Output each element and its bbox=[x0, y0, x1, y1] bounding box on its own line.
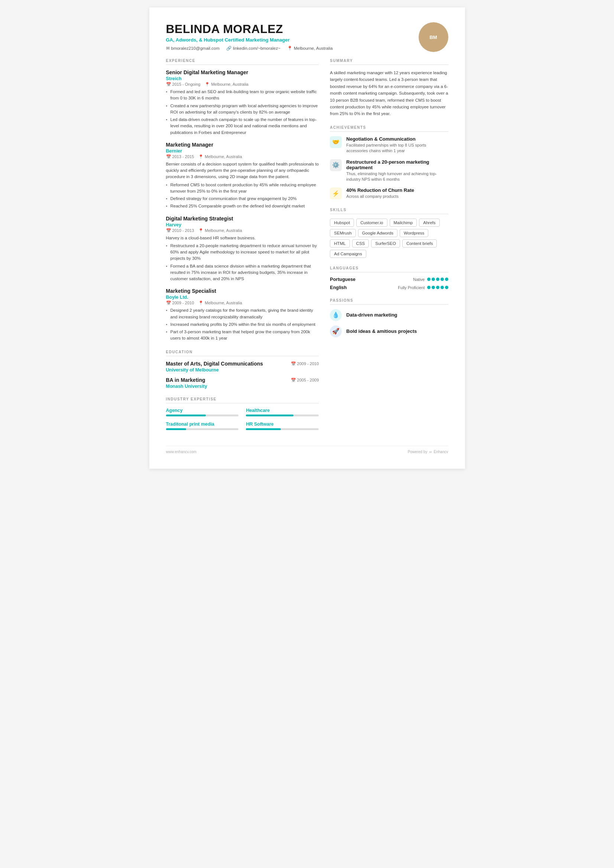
achievement-item-1: 🤝 Negotiation & Communication Facilitate… bbox=[330, 136, 448, 154]
industry-item-healthcare: Healthcare bbox=[246, 408, 319, 416]
footer-right: Powered by ∞ Enhancv bbox=[408, 450, 448, 454]
dot-e2 bbox=[432, 286, 435, 289]
achievement-item-2: ⚙️ Restructured a 20-person marketing de… bbox=[330, 159, 448, 183]
exp-bullets-2: Reformed CMS to boost content production… bbox=[166, 182, 319, 210]
industry-item-agency: Agency bbox=[166, 408, 239, 416]
industry-grid: Agency Healthcare Traditonal print media bbox=[166, 408, 319, 430]
linkedin-contact: 🔗 linkedin.com/~bmoralez~ bbox=[226, 46, 280, 51]
edu-date-1: 📅 2009 - 2010 bbox=[291, 361, 319, 366]
achievement-content-1: Negotiation & Communication Facilitated … bbox=[346, 136, 448, 154]
industry-expertise-section: INDUSTRY EXPERTISE Agency Healthcare bbox=[166, 397, 319, 430]
industry-bar-agency bbox=[166, 414, 239, 416]
exp-location-1: 📍 Melbourne, Australia bbox=[205, 82, 248, 87]
achievement-title-3: 40% Reduction of Churn Rate bbox=[346, 188, 414, 193]
bullet-3-1: Restructured a 20-people marketing depar… bbox=[166, 243, 319, 262]
exp-date-3: 📅 2010 - 2013 bbox=[166, 228, 194, 233]
edu-school-2: Monash University bbox=[166, 384, 207, 389]
exp-title-2: Marketing Manager bbox=[166, 142, 319, 148]
dot-5 bbox=[445, 277, 448, 281]
exp-company-2: Bernier bbox=[166, 149, 319, 153]
language-row-english: English Fully Proficient bbox=[330, 285, 448, 290]
lang-level-portuguese: Native bbox=[413, 277, 424, 282]
summary-text: A skilled marketing manager with 12 year… bbox=[330, 70, 448, 117]
skill-surferseo: SurferSEO bbox=[371, 239, 400, 248]
exp-date-2: 📅 2013 - 2015 bbox=[166, 154, 194, 159]
achievement-title-1: Negotiation & Communication bbox=[346, 136, 448, 142]
languages-section-title: LANGUAGES bbox=[330, 266, 448, 273]
industry-label-print: Traditonal print media bbox=[166, 422, 239, 427]
skills-grid: Hubspot Customer.io Mailchimp Ahrefs SEM… bbox=[330, 219, 448, 258]
bullet-4-3: Part of 3-person marketing team that hel… bbox=[166, 329, 319, 342]
industry-fill-print bbox=[166, 428, 187, 430]
exp-desc-2: Bernier consists of a decision support s… bbox=[166, 161, 319, 180]
bullet-2-1: Reformed CMS to boost content production… bbox=[166, 182, 319, 195]
passion-icon-2: 🚀 bbox=[330, 326, 342, 337]
skill-html: HTML bbox=[330, 239, 350, 248]
education-item-1: Master of Arts, Digital Communications U… bbox=[166, 361, 319, 373]
experience-item-1: Senior Digital Marketing Manager Streich… bbox=[166, 70, 319, 136]
skill-mailchimp: Mailchimp bbox=[390, 219, 417, 227]
lang-level-english: Fully Proficient bbox=[398, 285, 424, 290]
lang-dots-portuguese bbox=[427, 277, 448, 281]
edu-degree-2: BA in Marketing bbox=[166, 377, 207, 383]
experience-item-3: Digital Marketing Strategist Harvey 📅 20… bbox=[166, 215, 319, 282]
candidate-photo: BM bbox=[419, 22, 448, 52]
resume-container: BELINDA MORALEZ GA, Adwords, & Hubspot C… bbox=[149, 8, 465, 469]
achievement-desc-2: Thus, eliminating high turnover and achi… bbox=[346, 171, 448, 183]
header-left: BELINDA MORALEZ GA, Adwords, & Hubspot C… bbox=[166, 22, 333, 51]
achievement-desc-3: Across all company products bbox=[346, 194, 414, 199]
lang-name-english: English bbox=[330, 285, 347, 290]
achievement-item-3: ⚡ 40% Reduction of Churn Rate Across all… bbox=[330, 188, 448, 199]
bullet-4-2: Increased marketing profits by 20% withi… bbox=[166, 321, 319, 328]
lang-dots-english bbox=[427, 286, 448, 289]
bullet-2-3: Reached 25% Comparable growth on the def… bbox=[166, 203, 319, 209]
experience-section-title: EXPERIENCE bbox=[166, 59, 319, 65]
achievement-desc-1: Facilitated partnerships with top 8 US s… bbox=[346, 143, 448, 154]
exp-meta-2: 📅 2013 - 2015 📍 Melbourne, Australia bbox=[166, 154, 319, 159]
dot-e1 bbox=[427, 286, 431, 289]
candidate-name: BELINDA MORALEZ bbox=[166, 22, 333, 36]
language-row-portuguese: Portuguese Native bbox=[330, 277, 448, 282]
exp-meta-1: 📅 2015 - Ongoing 📍 Melbourne, Australia bbox=[166, 82, 319, 87]
industry-section-title: INDUSTRY EXPERTISE bbox=[166, 397, 319, 403]
exp-location-3: 📍 Melbourne, Australia bbox=[198, 228, 242, 233]
exp-meta-3: 📅 2010 - 2013 📍 Melbourne, Australia bbox=[166, 228, 319, 233]
skill-ad-campaigns: Ad Campaigns bbox=[330, 250, 366, 258]
bullet-1-1: Formed and led an SEO and link-building … bbox=[166, 89, 319, 102]
lang-right-english: Fully Proficient bbox=[398, 285, 448, 290]
industry-fill-hr bbox=[246, 428, 281, 430]
achievement-content-3: 40% Reduction of Churn Rate Across all c… bbox=[346, 188, 414, 199]
industry-fill-agency bbox=[166, 414, 206, 416]
exp-bullets-4: Designed 2 yearly catalogs for the forei… bbox=[166, 307, 319, 341]
passion-label-2: Bold ideas & amitious projects bbox=[346, 329, 417, 334]
achievement-content-2: Restructured a 20-person marketing depar… bbox=[346, 159, 448, 183]
summary-section-title: SUMMARY bbox=[330, 59, 448, 65]
footer-website: www.enhancv.com bbox=[166, 450, 197, 454]
bullet-1-2: Created a new partnership program with l… bbox=[166, 103, 319, 116]
skills-section: SKILLS Hubspot Customer.io Mailchimp Ahr… bbox=[330, 208, 448, 258]
candidate-title: GA, Adwords, & Hubspot Certified Marketi… bbox=[166, 37, 333, 43]
exp-bullets-3: Restructured a 20-people marketing depar… bbox=[166, 243, 319, 282]
achievement-icon-3: ⚡ bbox=[330, 188, 342, 199]
exp-desc-3: Harvey is a cloud-based HR software busi… bbox=[166, 235, 319, 241]
footer-brand: Enhancv bbox=[434, 450, 448, 454]
experience-item-2: Marketing Manager Bernier 📅 2013 - 2015 … bbox=[166, 142, 319, 210]
body-columns: EXPERIENCE Senior Digital Marketing Mana… bbox=[166, 59, 448, 438]
industry-fill-healthcare bbox=[246, 414, 293, 416]
skill-css: CSS bbox=[352, 239, 369, 248]
dot-1 bbox=[427, 277, 431, 281]
education-section-title: EDUCATION bbox=[166, 350, 319, 356]
passion-item-1: 💧 Data-driven marketing bbox=[330, 309, 448, 321]
industry-label-healthcare: Healthcare bbox=[246, 408, 319, 413]
dot-2 bbox=[432, 277, 435, 281]
achievement-icon-1: 🤝 bbox=[330, 136, 342, 148]
exp-company-4: Boyle Ltd. bbox=[166, 294, 319, 300]
exp-date-1: 📅 2015 - Ongoing bbox=[166, 82, 201, 87]
achievements-section: ACHIEVEMENTS 🤝 Negotiation & Communicati… bbox=[330, 126, 448, 200]
email-icon: ✉ bbox=[166, 46, 170, 51]
skill-wordpress: Wordpress bbox=[399, 229, 428, 237]
dot-e5 bbox=[445, 286, 448, 289]
location-icon: 📍 bbox=[287, 46, 292, 51]
edu-left-2: BA in Marketing Monash University bbox=[166, 377, 207, 389]
experience-section: EXPERIENCE Senior Digital Marketing Mana… bbox=[166, 59, 319, 342]
